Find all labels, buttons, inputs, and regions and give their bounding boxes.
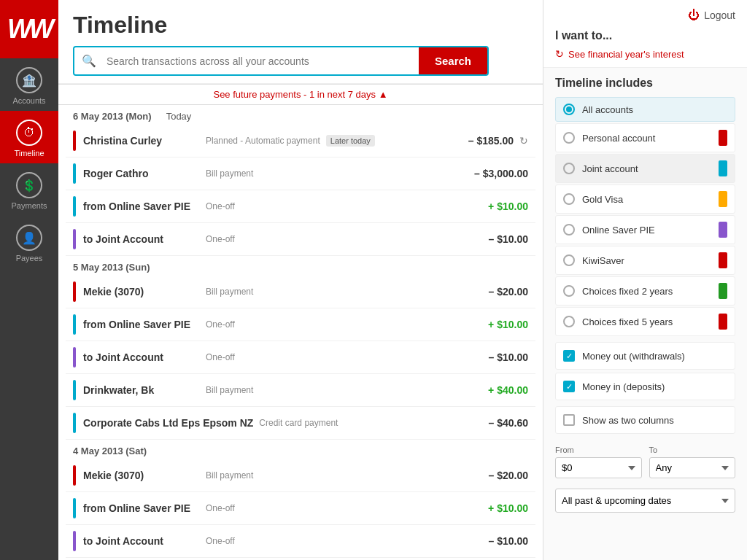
- future-payments-banner[interactable]: See future payments - 1 in next 7 days ▲: [58, 84, 543, 105]
- sidebar-item-payments[interactable]: 💲 Payments: [0, 163, 58, 216]
- accounts-icon: 🏦: [16, 67, 42, 93]
- to-select[interactable]: Any$10$50$100$500: [649, 457, 736, 478]
- tx-type: One-off: [206, 319, 235, 330]
- tx-color-bar: [73, 413, 76, 433]
- tx-color-bar: [73, 380, 76, 400]
- account-color-personal: [719, 130, 727, 146]
- tx-name: Christina Curley: [83, 135, 200, 147]
- arrow-icon: ↻: [555, 48, 564, 60]
- i-want-to-heading: I want to...: [555, 29, 735, 42]
- sidebar-label-payees: Payees: [16, 254, 43, 262]
- search-button[interactable]: Search: [419, 47, 487, 74]
- refresh-icon[interactable]: ↻: [519, 135, 528, 147]
- tx-amount: – $3,000.00: [474, 168, 528, 179]
- page-title: Timeline: [73, 12, 528, 39]
- account-name-all: All accounts: [582, 104, 727, 115]
- tx-color-bar: [73, 531, 76, 551]
- money-in-checkbox[interactable]: ✓ Money in (deposits): [555, 373, 735, 400]
- today-label: Today: [166, 111, 192, 122]
- sidebar-item-accounts[interactable]: 🏦 Accounts: [0, 58, 58, 111]
- tx-color-bar: [73, 281, 76, 302]
- radio-kiwi: [563, 254, 575, 266]
- search-bar: 🔍 Search: [73, 46, 489, 76]
- money-out-checkbox[interactable]: ✓ Money out (withdrawals): [555, 342, 735, 370]
- sidebar-item-payees[interactable]: 👤 Payees: [0, 216, 58, 268]
- transaction-row[interactable]: Christina Curley Planned - Automatic pay…: [66, 125, 535, 158]
- transaction-row[interactable]: Roger Cathro Bill payment – $3,000.00: [66, 158, 535, 190]
- account-name-joint: Joint account: [582, 163, 719, 174]
- account-color-saver: [719, 222, 727, 238]
- tx-amount: – $20.00: [489, 286, 529, 298]
- account-option-saver[interactable]: Online Saver PIE: [555, 215, 735, 244]
- power-icon: ⏻: [688, 9, 700, 22]
- transaction-row[interactable]: Corporate Cabs Ltd Eps Epsom NZ Credit c…: [66, 407, 535, 440]
- timeline-includes-section: Timeline includes All accounts Personal …: [543, 68, 747, 521]
- transaction-row[interactable]: Drinkwater, Bk Bill payment + $40.00: [66, 374, 535, 407]
- payees-icon: 👤: [16, 225, 42, 251]
- tx-amount: + $40.00: [488, 384, 528, 396]
- account-name-kiwi: KiwiSaver: [582, 255, 719, 266]
- accounts-filter-list: All accounts Personal account Joint acco…: [555, 97, 735, 336]
- tx-amount: + $10.00: [488, 502, 528, 514]
- brand-logo: WW: [7, 14, 51, 44]
- date-filter-select[interactable]: All past & upcoming dates Past 30 days P…: [555, 489, 735, 513]
- account-option-fixed5[interactable]: Choices fixed 5 years: [555, 307, 735, 336]
- tx-type: One-off: [206, 536, 235, 546]
- transaction-row[interactable]: from Online Saver PIE One-off + $10.00: [66, 190, 535, 223]
- tx-type: Bill payment: [206, 287, 253, 297]
- tx-color-bar: [73, 163, 76, 184]
- tx-name: Corporate Cabs Ltd Eps Epsom NZ: [83, 417, 253, 429]
- tx-type: One-off: [206, 352, 235, 362]
- transaction-row[interactable]: from Online Saver PIE One-off + $10.00: [66, 492, 535, 525]
- tx-name: Roger Cathro: [83, 168, 200, 179]
- account-option-all[interactable]: All accounts: [555, 97, 735, 122]
- account-color-kiwi: [719, 252, 727, 268]
- account-option-personal[interactable]: Personal account: [555, 123, 735, 152]
- transaction-row[interactable]: from Online Saver PIE One-off + $10.00: [66, 308, 535, 341]
- date-filter-group: All past & upcoming dates Past 30 days P…: [555, 484, 735, 513]
- tx-type: One-off: [206, 503, 235, 513]
- sidebar-label-payments: Payments: [12, 201, 47, 210]
- transaction-row[interactable]: Mekie (3070) Bill payment – $20.00: [66, 459, 535, 492]
- tx-type: Bill payment: [206, 168, 253, 179]
- financial-interest-label: See financial year's interest: [568, 49, 684, 60]
- tx-amount: – $185.00: [468, 135, 514, 147]
- from-label: From: [555, 446, 642, 454]
- transaction-row[interactable]: to Joint Account One-off – $10.00: [66, 341, 535, 374]
- right-panel: ⏻ Logout I want to... ↻ See financial ye…: [543, 0, 747, 560]
- two-columns-checkbox[interactable]: Show as two columns: [555, 406, 735, 434]
- radio-gold: [563, 193, 575, 205]
- to-filter-group: To Any$10$50$100$500: [649, 446, 736, 478]
- transaction-row[interactable]: to Joint Account One-off – $10.00: [66, 525, 535, 558]
- from-filter-group: From $0$10$50$100$500: [555, 446, 642, 478]
- financial-interest-link[interactable]: ↻ See financial year's interest: [555, 48, 735, 60]
- from-select[interactable]: $0$10$50$100$500: [555, 457, 642, 478]
- header: Timeline 🔍 Search: [58, 0, 543, 84]
- date-header: 6 May 2013 (Mon)Today: [66, 105, 535, 125]
- radio-all: [563, 104, 575, 115]
- transaction-row[interactable]: Mekie (3070) Bill payment – $20.00: [66, 276, 535, 308]
- sidebar: WW 🏦 Accounts ⏱ Timeline 💲 Payments 👤 Pa…: [0, 0, 58, 560]
- account-name-fixed2: Choices fixed 2 years: [582, 286, 719, 297]
- tx-color-bar: [73, 347, 76, 368]
- account-option-kiwi[interactable]: KiwiSaver: [555, 246, 735, 275]
- tx-type: One-off: [206, 201, 235, 211]
- account-option-fixed2[interactable]: Choices fixed 2 years: [555, 276, 735, 306]
- account-name-gold: Gold Visa: [582, 194, 719, 205]
- account-option-joint[interactable]: Joint account: [555, 154, 735, 183]
- sidebar-label-timeline: Timeline: [14, 149, 44, 158]
- two-columns-check-icon: [563, 414, 575, 426]
- transaction-row[interactable]: to Joint Account One-off – $10.00: [66, 223, 535, 256]
- logout-label: Logout: [704, 9, 735, 21]
- sidebar-item-timeline[interactable]: ⏱ Timeline: [0, 111, 58, 163]
- tx-name: Mekie (3070): [83, 470, 200, 481]
- account-option-gold[interactable]: Gold Visa: [555, 184, 735, 214]
- tx-type: Bill payment: [206, 470, 253, 481]
- logout-button[interactable]: ⏻ Logout: [555, 9, 735, 22]
- search-input[interactable]: [104, 50, 419, 73]
- tx-name: from Online Saver PIE: [83, 502, 200, 514]
- tx-color-bar: [73, 229, 76, 249]
- tx-color-bar: [73, 465, 76, 486]
- tx-color-bar: [73, 498, 76, 518]
- tx-name: Drinkwater, Bk: [83, 384, 200, 396]
